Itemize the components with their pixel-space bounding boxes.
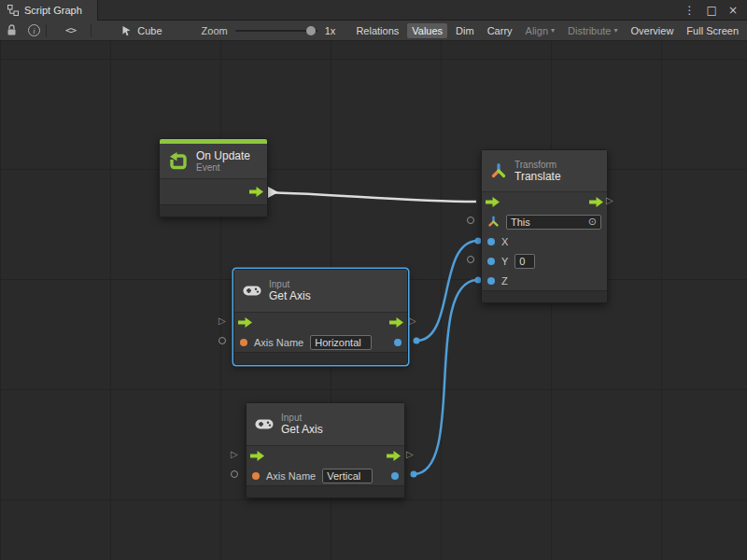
node-footer — [482, 290, 607, 302]
flow-input-port[interactable] — [238, 317, 252, 328]
target-object-value: This — [511, 217, 585, 228]
zoom-label: Zoom — [202, 25, 228, 36]
flow-output-port[interactable] — [589, 197, 603, 207]
node-category: Input — [281, 413, 323, 423]
flow-output-port[interactable] — [389, 317, 403, 328]
axis-name-input[interactable] — [322, 469, 373, 483]
chevron-down-icon: ▾ — [614, 26, 618, 35]
zoom-slider-track — [235, 30, 317, 32]
node-title: Get Axis — [281, 423, 323, 436]
y-port-label: Y — [501, 256, 508, 267]
transform-target-icon — [487, 216, 500, 228]
close-icon[interactable]: × — [728, 0, 738, 21]
node-footer — [247, 485, 404, 497]
node-footer — [234, 352, 407, 364]
maximize-icon[interactable]: □ — [707, 0, 717, 21]
node-get-axis-vertical[interactable]: Input Get Axis Axis Name — [246, 402, 405, 498]
on-update-loop-icon — [168, 151, 189, 172]
fullscreen-button[interactable]: Full Screen — [682, 23, 743, 38]
graph-canvas[interactable]: On Update Event Transform Transl — [0, 41, 747, 560]
gamepad-icon — [255, 418, 274, 430]
tab-script-graph[interactable]: Script Graph — [0, 0, 98, 21]
flow-output-port[interactable] — [387, 451, 401, 461]
axis-value-output-port[interactable] — [391, 472, 399, 480]
x-input-port[interactable] — [487, 238, 495, 245]
graph-toolbar: i <> Cube Zoom 1x Relations Values Dim C… — [0, 21, 747, 41]
flow-input-port[interactable] — [486, 197, 500, 207]
axis-name-circle-port[interactable] — [218, 337, 226, 344]
flow-in-triangle-port[interactable]: ▷ — [231, 449, 238, 460]
toolbar-buttons: Relations Values Dim Carry Align▾ Distri… — [351, 23, 747, 38]
target-arrow-icon — [121, 25, 132, 36]
node-footer — [160, 204, 267, 217]
node-category: Input — [269, 279, 311, 289]
axis-name-input[interactable] — [310, 335, 372, 350]
node-get-axis-horizontal[interactable]: Input Get Axis Axis Name — [233, 269, 408, 365]
zoom-value: 1x — [325, 25, 336, 36]
window-controls: ⋮ □ × — [684, 0, 747, 21]
flow-wire-onupdate-to-translate[interactable] — [252, 192, 476, 202]
node-title: On Update — [196, 149, 250, 162]
wire-endpoint — [411, 471, 417, 478]
z-port-label: Z — [501, 275, 508, 287]
edit-graph-icon[interactable]: <> — [65, 24, 76, 36]
tab-title: Script Graph — [24, 5, 82, 16]
flow-wire-arrowhead — [268, 187, 278, 198]
relations-button[interactable]: Relations — [351, 23, 403, 38]
script-graph-icon — [7, 5, 19, 16]
flow-out-triangle-port[interactable]: ▷ — [406, 449, 414, 460]
flow-out-triangle-port[interactable]: ▷ — [606, 195, 613, 206]
distribute-dropdown[interactable]: Distribute▾ — [563, 23, 622, 38]
transform-axes-icon — [490, 162, 507, 179]
overview-button[interactable]: Overview — [627, 23, 679, 38]
node-title: Translate — [514, 170, 561, 183]
y-input-port[interactable] — [487, 258, 495, 265]
node-translate[interactable]: Transform Translate This — [481, 149, 608, 303]
y-value-input[interactable] — [514, 254, 535, 269]
object-picker-icon[interactable]: ⊙ — [588, 217, 597, 227]
target-object-field[interactable]: This ⊙ — [506, 215, 601, 230]
axis-name-input-port[interactable] — [252, 472, 260, 480]
z-input-port[interactable] — [487, 277, 495, 285]
dim-button[interactable]: Dim — [451, 23, 479, 38]
title-bar: Script Graph ⋮ □ × — [0, 0, 747, 21]
value-wire-vertical-to-z[interactable] — [414, 280, 478, 474]
axis-name-label: Axis Name — [254, 337, 303, 348]
toolbar-separator — [91, 24, 92, 37]
target-circle-port[interactable] — [467, 217, 474, 224]
values-button[interactable]: Values — [407, 23, 447, 38]
lock-icon[interactable] — [7, 24, 17, 36]
axis-name-circle-port[interactable] — [231, 470, 238, 478]
flow-input-port[interactable] — [250, 451, 264, 461]
zoom-slider[interactable] — [235, 24, 317, 37]
y-circle-port[interactable] — [467, 256, 474, 263]
info-icon[interactable]: i — [28, 24, 40, 36]
axis-name-label: Axis Name — [266, 470, 316, 482]
toolbar-separator — [46, 24, 47, 37]
x-port-label: X — [501, 236, 508, 247]
window-menu-icon[interactable]: ⋮ — [684, 0, 696, 21]
carry-button[interactable]: Carry — [483, 23, 517, 38]
align-dropdown[interactable]: Align▾ — [521, 23, 559, 38]
axis-value-output-port[interactable] — [394, 339, 402, 346]
wire-endpoint — [414, 338, 420, 344]
zoom-slider-handle[interactable] — [306, 26, 316, 35]
node-category: Transform — [514, 160, 561, 170]
flow-output-port[interactable] — [249, 187, 263, 197]
target-label[interactable]: Cube — [137, 25, 162, 36]
flow-in-triangle-port[interactable]: ▷ — [218, 315, 226, 327]
node-title: Get Axis — [269, 289, 311, 302]
node-subtitle: Event — [196, 162, 250, 173]
axis-name-input-port[interactable] — [240, 339, 247, 346]
gamepad-icon — [243, 285, 261, 297]
node-on-update[interactable]: On Update Event — [159, 138, 268, 217]
flow-out-triangle-port[interactable]: ▷ — [409, 315, 416, 327]
chevron-down-icon: ▾ — [551, 26, 555, 35]
